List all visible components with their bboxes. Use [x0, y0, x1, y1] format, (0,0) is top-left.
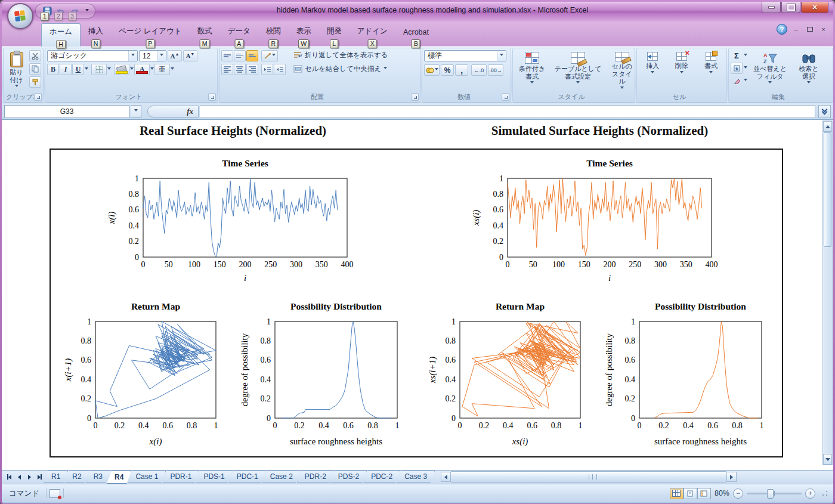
- font-color-dropdown-icon[interactable]: [150, 67, 154, 72]
- sheet-tab-pdc1[interactable]: PDC-1: [229, 471, 266, 483]
- tab-home[interactable]: ホームH: [41, 23, 81, 47]
- name-box[interactable]: G33: [4, 105, 129, 118]
- sheet-tab-r4[interactable]: R4: [107, 471, 131, 484]
- close-button[interactable]: ×: [801, 2, 828, 13]
- undo-button[interactable]: 2: [55, 6, 66, 17]
- comma-button[interactable]: ,: [455, 64, 468, 76]
- bold-button[interactable]: B: [47, 64, 59, 75]
- clear-button[interactable]: [731, 75, 743, 86]
- shrink-font-button[interactable]: A▼: [183, 50, 197, 61]
- formula-input[interactable]: [200, 105, 815, 118]
- cut-button[interactable]: [29, 50, 41, 61]
- increase-indent-button[interactable]: [274, 64, 286, 75]
- font-name-dropdown-icon[interactable]: [128, 51, 137, 61]
- macro-record-icon[interactable]: [50, 489, 60, 498]
- last-sheet-button[interactable]: [35, 471, 45, 483]
- horizontal-scrollbar[interactable]: [441, 472, 737, 482]
- simulated-panel[interactable]: Time Series00.20.40.60.81050100150200250…: [415, 149, 783, 457]
- chart-sim-possibility-distribution[interactable]: Possibility Distribution00.20.40.60.8100…: [604, 299, 779, 455]
- orientation-button[interactable]: [261, 50, 278, 61]
- page-layout-view-button[interactable]: [684, 488, 697, 499]
- tab-formulas[interactable]: 数式M: [190, 23, 220, 46]
- underline-button[interactable]: U: [72, 64, 84, 75]
- phonetic-button[interactable]: 亜: [154, 64, 170, 75]
- paste-button[interactable]: 貼り付け: [5, 50, 27, 92]
- office-button[interactable]: [7, 3, 33, 29]
- cell-styles-button[interactable]: セルのスタイル: [607, 50, 638, 92]
- workbook-restore-button[interactable]: [805, 25, 815, 33]
- qat-customize-icon[interactable]: [85, 9, 89, 13]
- tab-acrobat[interactable]: AcrobatB: [395, 25, 437, 46]
- format-cells-button[interactable]: 書式: [702, 50, 720, 92]
- format-painter-button[interactable]: [29, 76, 41, 88]
- vertical-scroll-thumb[interactable]: [824, 132, 831, 247]
- chart-real-time-series[interactable]: Time Series00.20.40.60.81050100150200250…: [101, 156, 409, 292]
- fill-dropdown-icon[interactable]: [744, 66, 747, 70]
- alignment-dialog-launcher[interactable]: [411, 93, 419, 101]
- page-break-view-button[interactable]: [697, 488, 711, 499]
- merge-center-button[interactable]: セルを結合して中央揃え: [292, 64, 389, 74]
- align-middle-button[interactable]: [234, 50, 246, 61]
- horizontal-scroll-thumb[interactable]: [451, 471, 726, 483]
- sheet-tab-pds2[interactable]: PDS-2: [330, 471, 367, 483]
- hscroll-left-button[interactable]: [441, 472, 451, 482]
- scroll-down-button[interactable]: [823, 454, 832, 465]
- insert-cells-button[interactable]: 挿入: [644, 50, 661, 92]
- first-sheet-button[interactable]: [4, 471, 14, 483]
- format-as-table-button[interactable]: テーブルとして書式設定: [551, 50, 605, 92]
- fill-color-dropdown-icon[interactable]: [130, 67, 134, 72]
- find-select-button[interactable]: 検索と選択: [793, 50, 825, 92]
- sheet-tab-r1[interactable]: R1: [44, 471, 68, 483]
- underline-dropdown-icon[interactable]: [85, 67, 88, 72]
- sheet-tab-r3[interactable]: R3: [86, 471, 110, 483]
- maximize-button[interactable]: [781, 2, 800, 13]
- copy-button[interactable]: [29, 63, 41, 75]
- delete-cells-button[interactable]: 削除: [673, 50, 691, 92]
- autosum-button[interactable]: Σ: [731, 50, 743, 61]
- redo-button[interactable]: 3: [69, 6, 80, 17]
- decrease-indent-button[interactable]: [261, 64, 273, 75]
- percent-button[interactable]: %: [441, 64, 454, 76]
- italic-button[interactable]: I: [60, 64, 72, 75]
- sheet-tab-pdr2[interactable]: PDR-2: [297, 471, 334, 483]
- grow-font-button[interactable]: A▲: [168, 50, 182, 61]
- tab-review[interactable]: 校閲R: [258, 23, 289, 46]
- zoom-slider[interactable]: [747, 493, 802, 494]
- currency-button[interactable]: [424, 64, 440, 76]
- fill-color-button[interactable]: [114, 64, 129, 75]
- decrease-decimal-button[interactable]: .00→: [488, 64, 503, 76]
- tab-page-layout[interactable]: ページ レイアウトP: [111, 23, 190, 46]
- tab-developer[interactable]: 開発L: [319, 23, 350, 46]
- sheet-tab-r2[interactable]: R2: [64, 471, 89, 483]
- autosum-dropdown-icon[interactable]: [744, 54, 747, 58]
- tab-view[interactable]: 表示W: [289, 23, 319, 46]
- sheet-tab-pds1[interactable]: PDS-1: [196, 471, 232, 483]
- conditional-formatting-button[interactable]: 条件付き書式: [515, 50, 549, 92]
- normal-view-button[interactable]: [670, 488, 684, 499]
- vertical-scrollbar[interactable]: [822, 120, 833, 465]
- align-left-button[interactable]: [221, 64, 233, 75]
- phonetic-dropdown-icon[interactable]: [171, 67, 174, 72]
- resize-grip[interactable]: [821, 490, 828, 497]
- number-format-dropdown-icon[interactable]: [497, 51, 506, 61]
- next-sheet-button[interactable]: [24, 471, 35, 483]
- workbook-close-button[interactable]: ×: [818, 25, 828, 33]
- name-box-dropdown[interactable]: [131, 105, 141, 118]
- font-name-combo[interactable]: 游ゴシック: [47, 50, 138, 61]
- clipboard-dialog-launcher[interactable]: [34, 93, 42, 101]
- align-bottom-button[interactable]: [246, 50, 258, 61]
- expand-formula-bar-button[interactable]: [818, 105, 831, 118]
- save-button[interactable]: 1: [42, 6, 52, 17]
- worksheet[interactable]: Real Surface Heights (Normalized) Simula…: [2, 119, 833, 470]
- real-panel[interactable]: Time Series00.20.40.60.81050100150200250…: [50, 149, 416, 457]
- chart-real-possibility-distribution[interactable]: Possibility Distribution00.20.40.60.8100…: [239, 299, 415, 455]
- zoom-level-label[interactable]: 80%: [715, 489, 729, 497]
- number-format-combo[interactable]: 標準: [424, 50, 506, 61]
- minimize-button[interactable]: [762, 2, 781, 13]
- sort-filter-button[interactable]: AZ 並べ替えとフィルタ: [749, 50, 791, 92]
- chart-sim-return-map[interactable]: Return Map00.20.40.60.8100.20.40.60.81xs…: [426, 299, 599, 455]
- zoom-in-button[interactable]: +: [805, 488, 815, 499]
- font-size-dropdown-icon[interactable]: [157, 51, 166, 61]
- zoom-out-button[interactable]: −: [733, 488, 743, 499]
- increase-decimal-button[interactable]: ←.0: [471, 64, 487, 76]
